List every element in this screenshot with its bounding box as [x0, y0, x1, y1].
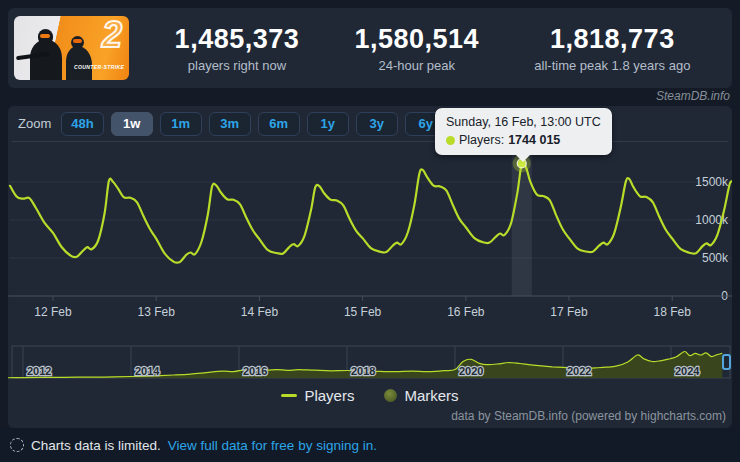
x-axis-label: 18 Feb [654, 305, 692, 319]
navigator-year-label: 2012 [27, 365, 51, 377]
visor-icon [73, 39, 82, 43]
player-stats: 1,485,373 players right now 1,580,514 24… [129, 24, 732, 73]
stat-value: 1,818,773 [534, 24, 690, 55]
navigator-year-label: 2014 [135, 365, 160, 377]
stat-players-right-now: 1,485,373 players right now [175, 24, 300, 73]
y-axis-label: 1500k [695, 175, 729, 189]
navigator-year-label: 2024 [675, 365, 700, 377]
stat-value: 1,580,514 [354, 24, 479, 55]
players-line-swatch-icon [281, 394, 297, 397]
limited-data-icon [10, 438, 24, 452]
visor-icon [40, 34, 50, 38]
x-axis-label: 17 Feb [550, 305, 588, 319]
chart-canvas[interactable]: 0500k1000k1500k12 Feb13 Feb14 Feb15 Feb1… [8, 106, 732, 428]
navigator-year-label: 2022 [567, 365, 591, 377]
stat-all-time-peak: 1,818,773 all-time peak 1.8 years ago [534, 24, 690, 73]
stat-label: all-time peak 1.8 years ago [534, 58, 690, 73]
stat-value: 1,485,373 [175, 24, 300, 55]
game-header: 2 COUNTER-STRIKE 1,485,373 players right… [8, 8, 732, 88]
navigator-line [8, 351, 722, 377]
steamdb-chart-page: 2 COUNTER-STRIKE 1,485,373 players right… [0, 0, 740, 462]
legend-label: Players [304, 387, 354, 404]
cs2-logo-number: 2 [102, 17, 122, 53]
navigator-year-label: 2020 [459, 365, 483, 377]
chart-legend: Players Markers [8, 387, 732, 404]
x-axis-label: 14 Feb [241, 305, 279, 319]
chart-tooltip: Sunday, 16 Feb, 13:00 UTC Players: 1744 … [435, 108, 612, 155]
legend-label: Markers [404, 387, 458, 404]
zoom-button-1w[interactable]: 1w [111, 112, 153, 136]
zoom-button-1m[interactable]: 1m [160, 112, 202, 136]
cs2-silhouette [66, 46, 92, 80]
cs2-silhouette [30, 40, 62, 80]
zoom-button-3y[interactable]: 3y [356, 112, 398, 136]
x-axis-label: 16 Feb [447, 305, 485, 319]
game-capsule-image[interactable]: 2 COUNTER-STRIKE [14, 16, 129, 80]
chart-panel: Zoom 48h1w1m3m6m1y3y6y9y12ymax 0500k1000… [8, 106, 732, 428]
stat-24-hour-peak: 1,580,514 24-hour peak [354, 24, 479, 73]
navigator-year-label: 2018 [351, 365, 375, 377]
tooltip-value: 1744 015 [508, 133, 560, 147]
tooltip-series-label: Players: [459, 133, 504, 147]
stat-label: 24-hour peak [354, 58, 479, 73]
navigator-year-label: 2016 [243, 365, 267, 377]
cs2-logo-text: COUNTER-STRIKE [74, 64, 124, 69]
players-series-dot-icon [446, 136, 455, 145]
zoom-button-3m[interactable]: 3m [209, 112, 251, 136]
legend-item-markers[interactable]: Markers [384, 387, 458, 404]
navigator-frame[interactable] [12, 346, 730, 378]
zoom-button-6m[interactable]: 6m [258, 112, 300, 136]
steamdb-watermark: SteamDB.info [656, 89, 730, 103]
tooltip-title: Sunday, 16 Feb, 13:00 UTC [446, 115, 601, 129]
y-axis-label: 500k [702, 251, 729, 265]
zoom-button-48h[interactable]: 48h [61, 112, 103, 136]
tooltip-row: Players: 1744 015 [446, 133, 601, 147]
signin-banner: Charts data is limited. View full data f… [0, 428, 740, 462]
limited-text: Charts data is limited. [31, 438, 161, 453]
zoom-button-1y[interactable]: 1y [307, 112, 349, 136]
navigator-area[interactable] [8, 351, 722, 378]
zoom-label: Zoom [18, 116, 51, 131]
stat-label: players right now [175, 58, 300, 73]
crosshair-band [512, 150, 532, 296]
toolbar-divider [12, 141, 728, 142]
x-axis-label: 15 Feb [344, 305, 382, 319]
y-axis-label: 1000k [695, 213, 729, 227]
y-axis-label: 0 [721, 289, 728, 303]
x-axis-label: 13 Feb [138, 305, 176, 319]
legend-item-players[interactable]: Players [281, 387, 354, 404]
signin-link[interactable]: View full data for free by signing in. [168, 438, 377, 453]
navigator-handle[interactable] [723, 355, 730, 369]
credits-link[interactable]: data by SteamDB.info (powered by highcha… [451, 409, 726, 423]
markers-circle-swatch-icon [384, 389, 397, 402]
x-axis-label: 12 Feb [34, 305, 72, 319]
players-line [10, 162, 732, 263]
